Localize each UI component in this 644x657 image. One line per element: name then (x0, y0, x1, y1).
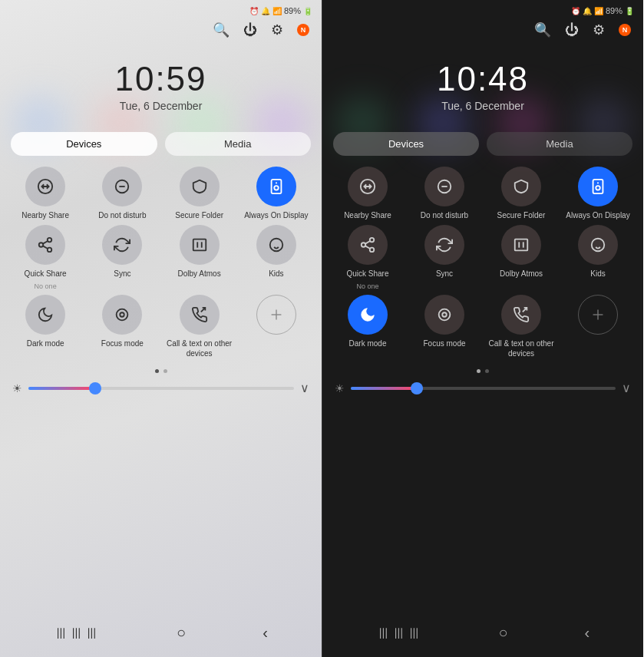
dnd-icon-dark (424, 167, 464, 206)
action-icons-light: 🔍 ⏻ ⚙ N (0, 18, 322, 45)
status-bar-light: ⏰ 🔔 📶 89% 🔋 (0, 0, 322, 18)
brightness-row-dark: ☀ ∨ (322, 376, 643, 400)
back-icon-light[interactable]: ‹ (263, 624, 268, 642)
svg-point-6 (39, 243, 44, 247)
focus-label-light: Focus mode (101, 338, 144, 348)
kids-label-dark: Kids (590, 269, 605, 279)
tile-kids-light[interactable]: Kids (240, 225, 312, 290)
action-icons-dark: 🔍 ⏻ ⚙ N (322, 18, 643, 45)
svg-point-13 (270, 239, 283, 252)
alarm-icon-dark: ⏰ (571, 7, 580, 15)
svg-line-27 (365, 246, 370, 249)
power-icon-light[interactable]: ⏻ (243, 22, 257, 38)
tile-kids-dark[interactable]: Kids (562, 225, 634, 290)
tile-secure-folder-dark[interactable]: Secure Folder (485, 167, 557, 220)
bell-icon-dark: 🔔 (583, 7, 592, 15)
dnd-label-light: Do not disturb (98, 210, 146, 220)
slider-thumb-light[interactable] (89, 382, 101, 395)
dark-panel: ⏰ 🔔 📶 89% 🔋 🔍 ⏻ ⚙ N 10:48 Tue, 6 Decembe… (322, 0, 643, 657)
nearby-share-icon-dark (348, 167, 388, 206)
svg-point-34 (439, 309, 451, 321)
tab-media-dark[interactable]: Media (487, 132, 632, 156)
dark-mode-label-light: Dark mode (27, 338, 64, 348)
search-icon-light[interactable]: 🔍 (213, 21, 230, 38)
tile-dark-mode-light[interactable]: Dark mode (9, 295, 81, 358)
dolby-label-dark: Dolby Atmos (500, 269, 543, 279)
brightness-expand-dark[interactable]: ∨ (622, 381, 631, 395)
tile-dark-mode-dark[interactable]: Dark mode (332, 295, 404, 358)
tab-row-light: Devices Media (0, 124, 322, 162)
home-icon-light[interactable]: ○ (177, 624, 186, 642)
home-icon-dark[interactable]: ○ (499, 624, 508, 642)
sync-icon-dark (424, 225, 464, 265)
battery-dark: 89% (606, 6, 623, 15)
svg-point-22 (596, 186, 600, 190)
quick-share-sub-dark: No one (356, 282, 378, 290)
tile-add-dark[interactable] (562, 295, 634, 358)
brightness-min-icon-dark: ☀ (335, 382, 345, 395)
tile-add-light[interactable] (240, 295, 312, 358)
tile-call-text-dark[interactable]: Call & text on other devices (485, 295, 557, 358)
clock-time-light: 10:59 (0, 60, 322, 98)
brightness-slider-dark[interactable] (351, 387, 616, 390)
tile-sync-dark[interactable]: Sync (408, 225, 481, 290)
kids-label-light: Kids (269, 269, 283, 279)
call-text-icon-dark (501, 295, 541, 335)
clock-area-light: 10:59 Tue, 6 December (0, 45, 322, 124)
tile-secure-folder-light[interactable]: Secure Folder (163, 167, 236, 220)
add-icon-light (256, 295, 296, 335)
svg-line-9 (43, 241, 48, 244)
svg-point-24 (370, 238, 375, 243)
recents-icon-light[interactable]: ⫼⫼⫼ (54, 624, 100, 642)
sync-label-dark: Sync (436, 269, 453, 279)
tile-dnd-light[interactable]: Do not disturb (86, 167, 158, 220)
tile-quick-share-dark[interactable]: Quick Share No one (332, 225, 404, 290)
tile-nearby-share-light[interactable]: Nearby Share (9, 167, 81, 220)
svg-point-26 (370, 248, 375, 253)
tab-media-light[interactable]: Media (165, 132, 312, 156)
call-text-label-light: Call & text on other devices (163, 338, 236, 358)
settings-icon-dark[interactable]: ⚙ (593, 21, 605, 38)
notifications-icon-dark[interactable]: N (619, 24, 631, 36)
tile-aod-light[interactable]: Always On Display (240, 167, 312, 220)
svg-point-25 (362, 243, 366, 247)
tab-devices-light[interactable]: Devices (11, 132, 157, 156)
dnd-label-dark: Do not disturb (421, 210, 468, 220)
signal-icon-dark: 📶 (594, 7, 603, 15)
brightness-expand-light[interactable]: ∨ (300, 381, 309, 395)
dark-mode-icon-dark (348, 295, 388, 335)
aod-icon-light (256, 167, 296, 206)
tile-aod-dark[interactable]: Always On Display (562, 167, 634, 220)
recents-icon-dark[interactable]: ⫼⫼⫼ (376, 624, 422, 642)
tile-call-text-light[interactable]: Call & text on other devices (163, 295, 236, 358)
tile-focus-dark[interactable]: Focus mode (408, 295, 481, 358)
tile-dolby-dark[interactable]: Dolby Atmos (485, 225, 557, 290)
dots-dark (322, 363, 643, 376)
svg-line-8 (43, 246, 48, 249)
tile-dnd-dark[interactable]: Do not disturb (408, 167, 481, 220)
search-icon-dark[interactable]: 🔍 (534, 21, 551, 38)
dolby-label-light: Dolby Atmos (178, 269, 221, 279)
tile-dolby-light[interactable]: Dolby Atmos (163, 225, 236, 290)
svg-rect-10 (193, 239, 206, 251)
brightness-slider-light[interactable] (28, 387, 294, 390)
back-icon-dark[interactable]: ‹ (584, 624, 590, 642)
status-icons-dark: ⏰ 🔔 📶 89% 🔋 (571, 6, 634, 15)
add-icon-dark (578, 295, 618, 335)
nearby-share-icon-light (25, 167, 65, 206)
power-icon-dark[interactable]: ⏻ (565, 22, 579, 38)
tile-focus-light[interactable]: Focus mode (86, 295, 158, 358)
brightness-row-light: ☀ ∨ (0, 376, 322, 400)
slider-fill-light (28, 387, 95, 390)
slider-thumb-dark[interactable] (411, 382, 423, 395)
tab-devices-dark[interactable]: Devices (333, 132, 479, 156)
secure-folder-icon-dark (501, 167, 541, 206)
tiles-grid-dark: Nearby Share Do not disturb Secure Folde… (322, 162, 643, 363)
tile-sync-light[interactable]: Sync (86, 225, 158, 290)
battery-light: 89% (284, 6, 301, 15)
tile-quick-share-light[interactable]: Quick Share No one (9, 225, 81, 290)
notifications-icon-light[interactable]: N (297, 24, 309, 36)
settings-icon-light[interactable]: ⚙ (271, 21, 283, 38)
focus-icon-light (102, 295, 142, 335)
tile-nearby-share-dark[interactable]: Nearby Share (332, 167, 404, 220)
